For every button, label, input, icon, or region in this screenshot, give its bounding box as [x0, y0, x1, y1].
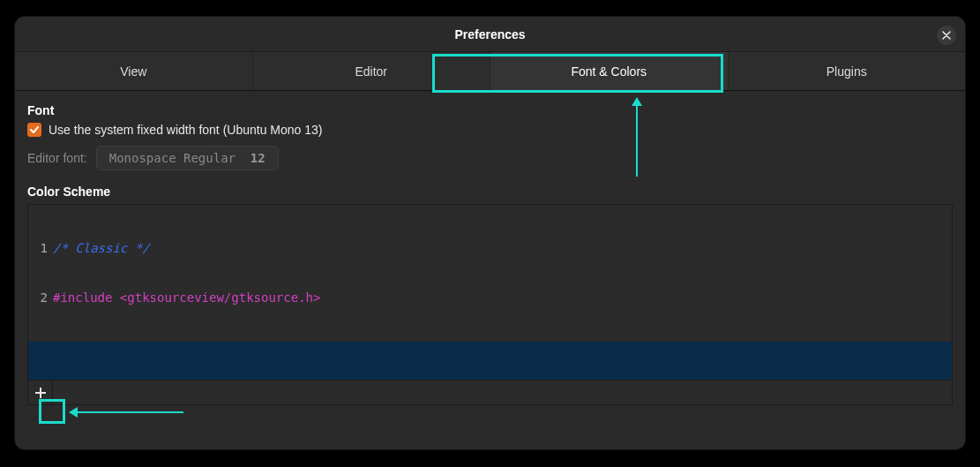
color-scheme-section-label: Color Scheme	[27, 185, 953, 199]
use-system-font-label: Use the system fixed width font (Ubuntu …	[49, 123, 322, 137]
plus-icon	[34, 387, 47, 399]
tab-bar: View Editor Font & Colors Plugins	[15, 52, 965, 91]
close-button[interactable]	[937, 26, 956, 45]
font-section-label: Font	[27, 103, 953, 117]
check-icon	[29, 124, 40, 135]
add-scheme-button[interactable]	[28, 380, 53, 404]
editor-font-label: Editor font:	[27, 151, 87, 165]
tab-editor[interactable]: Editor	[253, 52, 491, 90]
use-system-font-row[interactable]: Use the system fixed width font (Ubuntu …	[27, 123, 953, 137]
scheme-cobalt[interactable]: 1/* Cobalt */ 2#include <gtksourceview/g…	[28, 342, 952, 380]
scheme-toolbar	[27, 380, 953, 405]
color-scheme-list[interactable]: 1/* Classic */ 2#include <gtksourceview/…	[27, 204, 953, 380]
window-title: Preferences	[454, 27, 525, 41]
close-icon	[942, 31, 951, 40]
content-pane: Font Use the system fixed width font (Ub…	[15, 91, 965, 449]
titlebar: Preferences	[15, 17, 965, 52]
editor-font-size: 12	[251, 151, 266, 165]
tab-font-colors[interactable]: Font & Colors	[490, 52, 729, 90]
preferences-window: Preferences View Editor Font & Colors Pl…	[14, 16, 966, 450]
editor-font-row: Editor font: Monospace Regular 12	[27, 146, 953, 170]
tab-plugins[interactable]: Plugins	[729, 52, 966, 90]
editor-font-name: Monospace Regular	[109, 151, 236, 165]
scheme-classic[interactable]: 1/* Classic */ 2#include <gtksourceview/…	[28, 205, 952, 342]
tab-view[interactable]: View	[15, 52, 253, 90]
use-system-font-checkbox[interactable]	[27, 123, 41, 137]
editor-font-button[interactable]: Monospace Regular 12	[96, 146, 279, 170]
